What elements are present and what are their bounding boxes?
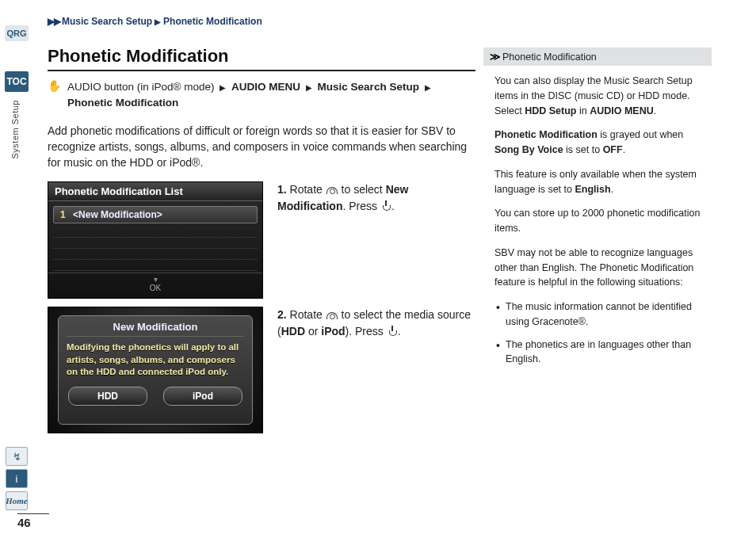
tab-toc[interactable]: TOC (5, 71, 29, 92)
breadcrumb-lead-icon: ▶▶ (48, 16, 60, 27)
row-label: <New Modification> (73, 209, 162, 220)
info-p3: This feature is only available when the … (494, 167, 704, 197)
chevron-right-icon: ▶ (154, 17, 162, 26)
screen2-btn-ipod: iPod (163, 387, 242, 406)
chevron-right-icon: ▶ (217, 83, 228, 92)
rotate-dial-icon (326, 184, 338, 195)
screen1-title: Phonetic Modification List (48, 182, 262, 201)
info-head-icon: ≫ (490, 51, 499, 63)
tab-qrg[interactable]: QRG (5, 25, 29, 41)
info-li1: The music information cannot be identifi… (496, 299, 704, 330)
screen1-row-new: 1 <New Modification> (53, 206, 258, 223)
breadcrumb: ▶▶ Music Search Setup ▶ Phonetic Modific… (48, 16, 262, 27)
info-heading: ≫ Phonetic Modification (483, 48, 712, 66)
nav-path: ✋ AUDIO button (in iPod® mode) ▶ AUDIO M… (48, 79, 460, 112)
section-label[interactable]: System Setup (10, 100, 32, 158)
ok-label: OK (150, 284, 161, 292)
press-button-icon: ✋ (48, 79, 61, 93)
screen2-title: New Modification (67, 321, 244, 337)
nav-s1: AUDIO MENU (231, 81, 300, 93)
chevron-right-icon: ▶ (304, 83, 315, 92)
screenshot-new-modification: New Modification Modifying the phonetics… (48, 307, 263, 433)
home-icon[interactable]: Home (6, 491, 28, 510)
info-icon[interactable]: i (6, 469, 28, 488)
rotate-dial-icon (326, 309, 338, 320)
step2-text: 2. Rotate to select the media source (HD… (277, 307, 475, 339)
info-p4: You can store up to 2000 phonetic modifi… (494, 206, 704, 236)
step1-text: 1. Rotate to select New Modification. Pr… (277, 181, 475, 214)
info-p1: You can also display the Music Search Se… (494, 74, 704, 118)
breadcrumb-part1[interactable]: Music Search Setup (62, 16, 152, 27)
step1-num: 1. (277, 183, 287, 196)
nav-pre: AUDIO button (in iPod® mode) (67, 81, 215, 93)
info-p5: SBV may not be able to recognize languag… (494, 246, 704, 290)
info-sidebar: ≫ Phonetic Modification You can also dis… (483, 48, 712, 378)
screenshot-modification-list: Phonetic Modification List 1 <New Modifi… (48, 181, 263, 299)
press-dial-icon (380, 200, 391, 212)
step2-num: 2. (277, 308, 287, 321)
intro-text: Add phonetic modifications of difficult … (48, 123, 468, 171)
info-list: The music information cannot be identifi… (494, 299, 704, 367)
info-li2: The phonetics are in languages other tha… (496, 338, 704, 368)
nav-s2: Music Search Setup (318, 81, 419, 93)
screen2-btn-hdd: HDD (68, 387, 147, 406)
page-number: 46 (17, 513, 49, 529)
breadcrumb-part2[interactable]: Phonetic Modification (163, 16, 262, 27)
row-number: 1 (60, 209, 66, 220)
info-p2: Phonetic Modification is grayed out when… (494, 128, 704, 158)
down-icon: ▾ (154, 275, 158, 284)
nav-s3: Phonetic Modification (67, 97, 178, 109)
press-dial-icon (387, 326, 398, 337)
chevron-right-icon: ▶ (422, 83, 433, 92)
voice-icon[interactable]: ↯ (6, 447, 28, 466)
screen2-text: Modifying the phonetics will apply to al… (67, 341, 244, 379)
page-title: Phonetic Modification (48, 46, 475, 71)
